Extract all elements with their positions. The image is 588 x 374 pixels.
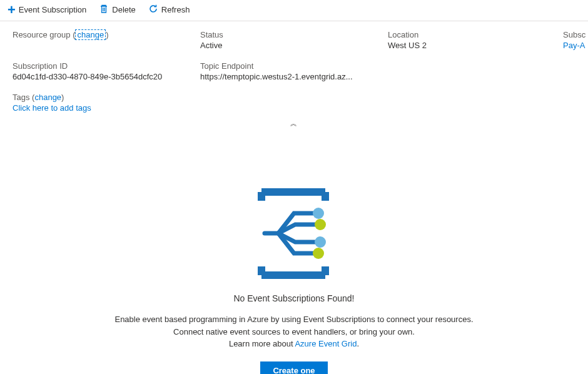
status-field: Status Active <box>200 30 388 50</box>
event-subscription-button[interactable]: + Event Subscription <box>8 5 86 14</box>
empty-state: No Event Subscriptions Found! Enable eve… <box>0 132 588 374</box>
event-grid-icon <box>244 188 344 281</box>
empty-desc-line1: Enable event based programming in Azure … <box>114 313 473 326</box>
empty-desc-suffix: . <box>357 339 359 348</box>
add-tags-link[interactable]: Click here to add tags <box>13 103 575 113</box>
resource-group-change-link[interactable]: change <box>75 29 106 40</box>
resource-group-label: Resource group (change) <box>13 30 200 39</box>
delete-button[interactable]: Delete <box>99 4 136 16</box>
svg-point-0 <box>313 208 324 219</box>
subscription-id-value: 6d04c1fd-d330-4870-849e-3b5654dcfc20 <box>13 72 200 81</box>
location-label: Location <box>388 30 563 39</box>
topic-endpoint-value: https://temptopic.westus2-1.eventgrid.az… <box>200 72 388 81</box>
subscription-right-field: Subsc Pay-A <box>563 30 585 50</box>
azure-event-grid-link[interactable]: Azure Event Grid <box>295 339 357 348</box>
collapse-essentials-button[interactable]: ︽ <box>0 118 588 132</box>
refresh-button[interactable]: Refresh <box>148 4 190 16</box>
status-value: Active <box>200 41 388 50</box>
subscription-id-field: Subscription ID 6d04c1fd-d330-4870-849e-… <box>13 61 200 81</box>
topic-endpoint-label: Topic Endpoint <box>200 61 388 71</box>
location-value: West US 2 <box>388 41 563 50</box>
empty-state-title: No Event Subscriptions Found! <box>234 293 355 303</box>
subscription-right-value[interactable]: Pay-A <box>563 41 585 50</box>
resource-group-field: Resource group (change) <box>13 30 200 50</box>
svg-point-3 <box>313 248 324 259</box>
empty-desc-line3: Learn more about Azure Event Grid. <box>114 338 473 350</box>
empty-desc-prefix: Learn more about <box>229 339 295 348</box>
tags-label-text: Tags <box>13 93 29 102</box>
subscription-id-label: Subscription ID <box>13 61 200 71</box>
tags-label: Tags (change) <box>13 93 575 102</box>
delete-icon <box>99 4 109 16</box>
refresh-icon <box>148 4 158 16</box>
tags-field: Tags (change) Click here to add tags <box>13 93 575 113</box>
essentials-panel: Resource group (change) Status Active Lo… <box>0 21 588 118</box>
svg-point-1 <box>315 219 326 230</box>
event-subscription-label: Event Subscription <box>19 5 86 14</box>
chevron-up-icon: ︽ <box>290 119 298 127</box>
status-label: Status <box>200 30 388 39</box>
delete-label: Delete <box>112 5 136 14</box>
tags-change-link[interactable]: change <box>34 93 61 102</box>
refresh-label: Refresh <box>161 5 190 14</box>
empty-state-description: Enable event based programming in Azure … <box>114 313 473 350</box>
svg-point-2 <box>315 236 326 248</box>
create-one-button[interactable]: Create one <box>260 361 327 375</box>
command-bar: + Event Subscription Delete Refresh <box>0 0 588 21</box>
subscription-right-label: Subsc <box>563 30 585 39</box>
location-field: Location West US 2 <box>388 30 563 50</box>
topic-endpoint-field: Topic Endpoint https://temptopic.westus2… <box>200 61 388 81</box>
empty-desc-line2: Connect native event sources to event ha… <box>114 326 473 338</box>
plus-icon: + <box>8 6 16 14</box>
resource-group-label-text: Resource group <box>13 30 71 39</box>
